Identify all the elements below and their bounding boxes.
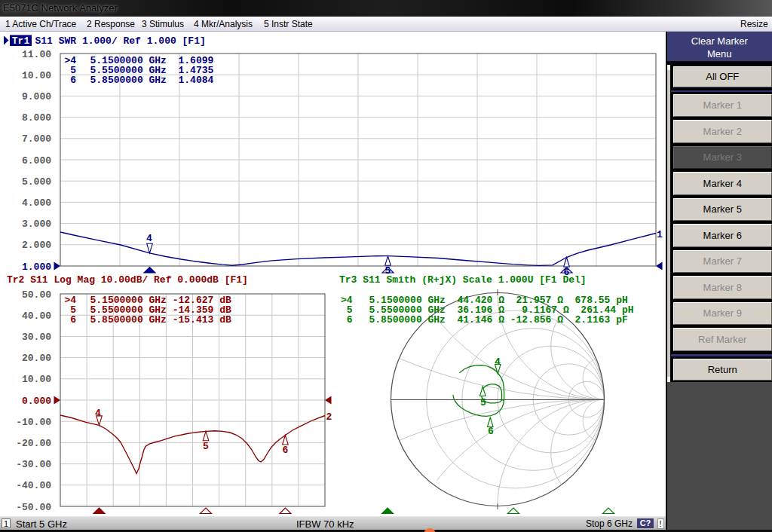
- svg-text:-20.00: -20.00: [16, 438, 51, 449]
- svg-text:5.000: 5.000: [22, 176, 51, 188]
- svg-text:Tr3 S11 Smith (R+jX) Scale 1.0: Tr3 S11 Smith (R+jX) Scale 1.000U [F1 De…: [339, 274, 587, 286]
- svg-text:-50.00: -50.00: [16, 502, 51, 513]
- svg-text:20.00: 20.00: [22, 353, 51, 364]
- svg-text:6.000: 6.000: [22, 155, 51, 167]
- svg-text:6: 6: [341, 314, 353, 326]
- svg-text:1: 1: [657, 229, 663, 240]
- svg-text:Tr2 S11 Log Mag 10.00dB/ Ref 0: Tr2 S11 Log Mag 10.00dB/ Ref 0.000dB [F1…: [7, 274, 248, 286]
- svg-text:5: 5: [480, 397, 486, 408]
- svg-text:S11 SWR 1.000/ Ref 1.000 [F1]: S11 SWR 1.000/ Ref 1.000 [F1]: [35, 35, 206, 47]
- svg-text:4.000: 4.000: [22, 197, 51, 209]
- svg-text:-30.00: -30.00: [16, 459, 51, 470]
- svg-text:9.000: 9.000: [22, 91, 51, 102]
- svg-text:0.000: 0.000: [22, 396, 51, 407]
- svg-text:2.000: 2.000: [22, 240, 51, 251]
- svg-text:30.00: 30.00: [22, 332, 51, 343]
- svg-text:40.00: 40.00: [22, 310, 51, 322]
- svg-text:6: 6: [65, 75, 77, 86]
- svg-text:2: 2: [326, 411, 332, 423]
- svg-text:5.8500000 GHz 41.146 Ω -12.85: 5.8500000 GHz 41.146 Ω -12.856 Ω 2.1163 …: [369, 314, 628, 326]
- svg-text:5.8500000 GHz 1.4084: 5.8500000 GHz 1.4084: [90, 75, 214, 86]
- svg-text:5: 5: [203, 441, 209, 452]
- svg-text:7.000: 7.000: [22, 133, 51, 145]
- svg-text:8.000: 8.000: [22, 112, 51, 124]
- svg-text:10.00: 10.00: [22, 374, 51, 385]
- svg-text:-10.00: -10.00: [16, 417, 51, 428]
- svg-text:50.00: 50.00: [22, 289, 51, 301]
- svg-text:11.00: 11.00: [22, 49, 51, 60]
- svg-text:3.000: 3.000: [22, 219, 51, 230]
- svg-text:1.000: 1.000: [22, 261, 51, 273]
- svg-text:10.00: 10.00: [22, 70, 51, 81]
- svg-text:6: 6: [65, 314, 77, 326]
- svg-text:Tr1: Tr1: [12, 35, 30, 47]
- svg-text:6: 6: [488, 426, 494, 437]
- svg-text:4: 4: [146, 233, 152, 244]
- svg-text:5: 5: [385, 265, 391, 277]
- svg-text:5.8500000 GHz -15.413 dB: 5.8500000 GHz -15.413 dB: [90, 314, 231, 326]
- svg-text:6: 6: [282, 445, 288, 456]
- svg-text:-40.00: -40.00: [16, 480, 51, 491]
- svg-text:6: 6: [564, 267, 570, 278]
